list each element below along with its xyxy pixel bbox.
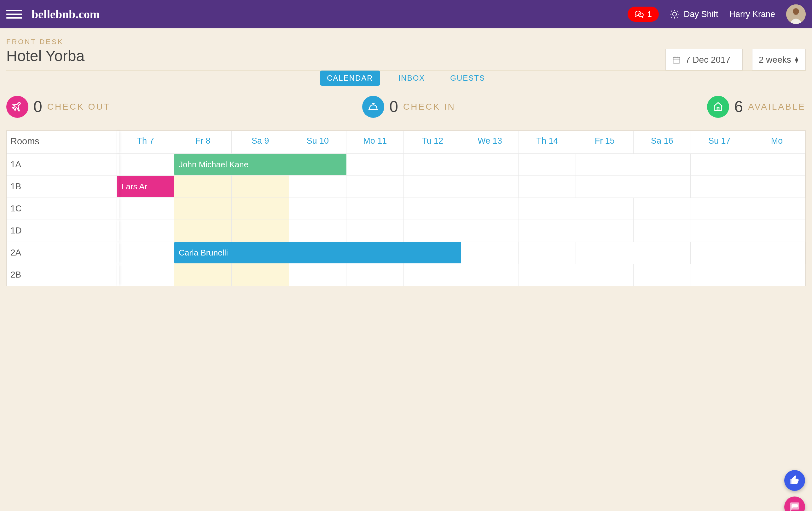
grid-cell[interactable] [576, 264, 634, 286]
grid-cell[interactable] [691, 176, 748, 198]
grid-cell[interactable] [174, 176, 232, 198]
grid-cell[interactable] [748, 176, 805, 198]
grid-cell[interactable] [232, 198, 289, 219]
grid-cell[interactable] [117, 220, 174, 242]
grid-cell[interactable] [289, 264, 346, 286]
grid-cell[interactable] [691, 198, 748, 219]
booking[interactable]: John Michael Kane [174, 154, 346, 175]
day-header[interactable]: Sa 16 [634, 131, 691, 153]
grid-cell[interactable] [748, 220, 805, 242]
day-header[interactable]: Fr 8 [174, 131, 232, 153]
day-header[interactable]: Sa 9 [232, 131, 289, 153]
grid-cell[interactable] [576, 242, 633, 264]
checkin-label: CHECK IN [403, 102, 456, 112]
grid-cell[interactable] [633, 176, 691, 198]
grid-cell[interactable] [174, 264, 232, 286]
grid-cell[interactable] [232, 176, 289, 198]
grid-cell[interactable] [346, 154, 404, 176]
grid-cell[interactable] [748, 154, 805, 176]
grid-cell[interactable] [634, 220, 691, 242]
user-name[interactable]: Harry Krane [729, 9, 775, 19]
grid-cell[interactable] [519, 220, 576, 242]
grid-cell[interactable] [346, 176, 404, 198]
calendar-grid: Rooms Th 7Fr 8Sa 9Su 10Mo 11Tu 12We 13Th… [6, 130, 806, 286]
grid-cell[interactable] [576, 198, 634, 219]
grid-cell[interactable] [576, 220, 634, 242]
grid-cell[interactable] [117, 264, 174, 286]
day-header[interactable]: Su 17 [691, 131, 748, 153]
grid-cell[interactable] [346, 220, 404, 242]
day-header[interactable]: Th 7 [117, 131, 174, 153]
tab-guests[interactable]: GUESTS [443, 70, 492, 86]
grid-cell[interactable] [289, 176, 346, 198]
room-label: 2B [7, 264, 117, 286]
grid-cell[interactable] [232, 220, 289, 242]
grid-cell[interactable] [174, 220, 232, 242]
grid-cell[interactable] [461, 154, 519, 176]
date-picker[interactable]: 7 Dec 2017 [665, 49, 743, 71]
day-header[interactable]: Mo 11 [346, 131, 404, 153]
menu-icon[interactable] [6, 8, 22, 21]
grid-cell[interactable] [748, 264, 805, 286]
grid-cell[interactable] [691, 154, 748, 176]
grid-cell[interactable] [633, 242, 691, 264]
grid-cell[interactable] [117, 198, 174, 219]
grid-cell[interactable] [461, 220, 519, 242]
grid-cell[interactable] [461, 176, 519, 198]
grid-cell[interactable] [748, 242, 805, 264]
grid-cell[interactable] [232, 264, 289, 286]
topbar-right: 1 Day Shift Harry Krane [628, 4, 806, 24]
grid-cell[interactable] [117, 154, 174, 176]
grid-cell[interactable] [519, 264, 576, 286]
grid-cell[interactable] [748, 198, 805, 219]
grid-cell[interactable] [461, 264, 519, 286]
grid-cell[interactable] [404, 198, 461, 219]
grid-cell[interactable] [346, 264, 404, 286]
logo[interactable]: bellebnb.com [31, 7, 99, 21]
stat-checkin[interactable]: 0 CHECK IN [362, 96, 456, 118]
grid-cell[interactable] [691, 220, 748, 242]
grid-cell[interactable] [346, 198, 404, 219]
shift-toggle[interactable]: Day Shift [670, 9, 718, 19]
day-header[interactable]: Tu 12 [404, 131, 461, 153]
grid-cell[interactable] [519, 242, 576, 264]
available-count: 6 [734, 98, 743, 116]
grid-cell[interactable] [461, 198, 519, 219]
grid-cell[interactable] [461, 242, 519, 264]
grid-cell[interactable] [576, 154, 633, 176]
grid-cell[interactable] [289, 198, 346, 219]
stat-checkout[interactable]: 0 CHECK OUT [6, 96, 111, 118]
booking[interactable]: Carla Brunelli [174, 242, 461, 263]
grid-cell[interactable] [117, 242, 174, 264]
grid-cell[interactable] [633, 154, 691, 176]
notification-pill[interactable]: 1 [628, 7, 659, 22]
grid-cell[interactable] [519, 176, 576, 198]
day-header[interactable]: Su 10 [289, 131, 346, 153]
grid-cell[interactable] [634, 198, 691, 219]
range-select[interactable]: 2 weeks ▲▼ [752, 49, 806, 71]
day-header[interactable]: Fr 15 [576, 131, 634, 153]
grid-cell[interactable] [404, 264, 461, 286]
grid-cell[interactable] [404, 220, 461, 242]
grid-cell[interactable] [174, 198, 232, 219]
grid-cell[interactable] [576, 176, 633, 198]
grid-cell[interactable] [519, 198, 576, 219]
avatar[interactable] [786, 4, 806, 24]
booking[interactable]: Lars Ar [117, 176, 174, 197]
grid-cell[interactable] [404, 154, 461, 176]
grid-cell[interactable] [691, 264, 748, 286]
svg-point-2 [673, 12, 677, 17]
grid-cell[interactable] [404, 176, 461, 198]
grid-cells: John Michael Kane [117, 154, 805, 176]
day-header[interactable]: Mo [748, 131, 805, 153]
grid-cell[interactable] [289, 220, 346, 242]
day-header[interactable]: Th 14 [519, 131, 576, 153]
grid-cell[interactable] [691, 242, 748, 264]
grid-cell[interactable] [519, 154, 576, 176]
grid-cell[interactable] [634, 264, 691, 286]
tab-inbox[interactable]: INBOX [392, 70, 432, 86]
svg-rect-23 [717, 108, 719, 111]
tab-calendar[interactable]: CALENDAR [320, 70, 380, 86]
stat-available[interactable]: 6 AVAILABLE [707, 96, 806, 118]
day-header[interactable]: We 13 [461, 131, 519, 153]
